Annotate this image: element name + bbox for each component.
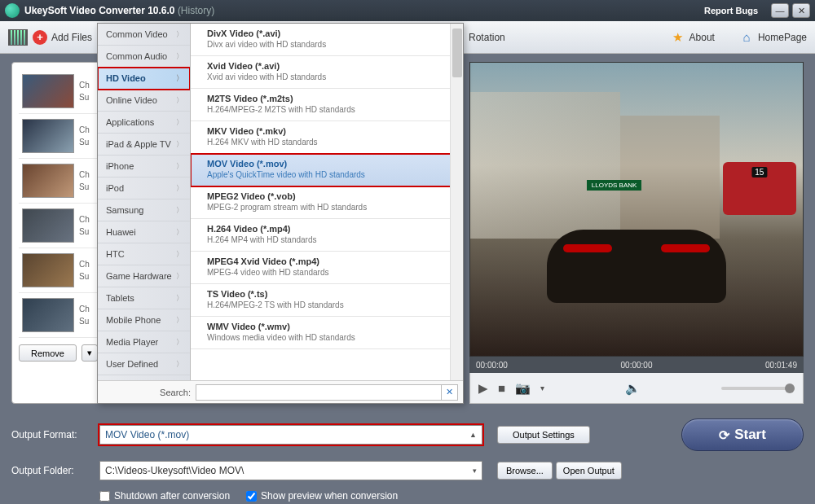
start-button[interactable]: ⟳ Start (681, 419, 804, 451)
add-files-button[interactable]: + Add Files (8, 29, 92, 46)
start-label: Start (734, 427, 766, 443)
search-input[interactable] (196, 384, 442, 401)
category-item[interactable]: Tablets〉 (98, 287, 190, 309)
format-item[interactable]: MKV Video (*.mkv)H.264 MKV with HD stand… (191, 121, 463, 154)
scrollbar-thumb[interactable] (452, 28, 462, 77)
shutdown-checkbox[interactable]: Shutdown after conversion (99, 490, 230, 502)
format-item[interactable]: Xvid Video (*.avi)Xvid avi video with HD… (191, 56, 463, 89)
chevron-right-icon: 〉 (176, 139, 183, 150)
time-total: 00:01:49 (765, 361, 797, 370)
browse-button[interactable]: Browse... (497, 462, 553, 480)
category-label: iPad & Apple TV (106, 139, 171, 149)
format-subtitle: MPEG-2 program stream with HD standards (207, 203, 455, 212)
snapshot-dropdown[interactable]: ▾ (540, 383, 544, 392)
clear-search-button[interactable]: ✕ (442, 384, 458, 401)
search-row: Search: ✕ (98, 380, 463, 403)
format-subtitle: Windows media video with HD standards (207, 333, 455, 342)
list-item-text: ChSu (79, 258, 90, 283)
category-item[interactable]: Applications〉 (98, 112, 190, 134)
chevron-right-icon: 〉 (176, 359, 183, 370)
player-controls: ▶ ■ 📷 ▾ 🔈 (469, 373, 804, 404)
format-item[interactable]: MPEG2 Video (*.vob)MPEG-2 program stream… (191, 186, 463, 219)
chevron-down-icon: ▾ (473, 467, 477, 475)
app-name-text: UkeySoft Video Converter 10.6.0 (24, 5, 175, 16)
format-item[interactable]: DivX Video (*.avi)Divx avi video with HD… (191, 24, 463, 56)
category-item[interactable]: iPad & Apple TV〉 (98, 134, 190, 156)
category-item[interactable]: Mobile Phone〉 (98, 309, 190, 331)
shutdown-label: Shutdown after conversion (114, 490, 230, 502)
category-label: Common Audio (106, 51, 167, 61)
category-item[interactable]: HD Video〉 (98, 68, 190, 90)
thumbnail (22, 298, 74, 332)
chevron-right-icon: 〉 (176, 73, 183, 84)
timeline-bar[interactable]: 00:00:00 00:00:00 00:01:49 (469, 357, 804, 373)
format-item[interactable]: TS Video (*.ts)H.264/MPEG-2 TS with HD s… (191, 284, 463, 317)
report-bugs-link[interactable]: Report Bugs (704, 6, 758, 15)
close-button[interactable]: ✕ (792, 3, 810, 18)
output-folder-combo[interactable]: C:\Videos-Ukeysoft\Video MOV\ ▾ (99, 461, 482, 480)
format-item[interactable]: H.264 Video (*.mp4)H.264 MP4 with HD sta… (191, 219, 463, 252)
remove-button[interactable]: Remove (19, 344, 77, 362)
plus-icon: + (33, 30, 47, 45)
category-item[interactable]: HTC〉 (98, 243, 190, 265)
rotation-button[interactable]: Rotation (469, 32, 505, 43)
output-folder-value: C:\Videos-Ukeysoft\Video MOV\ (105, 465, 244, 476)
stop-button[interactable]: ■ (498, 381, 505, 395)
scrollbar[interactable] (450, 24, 463, 380)
category-label: Samsung (106, 205, 143, 215)
shutdown-checkbox-input[interactable] (99, 491, 110, 502)
category-label: Mobile Phone (106, 315, 161, 325)
show-preview-checkbox[interactable]: Show preview when conversion (246, 490, 398, 502)
volume-slider[interactable] (721, 387, 795, 390)
format-item[interactable]: M2TS Video (*.m2ts)H.264/MPEG-2 M2TS wit… (191, 89, 463, 121)
play-button[interactable]: ▶ (478, 381, 488, 396)
homepage-link[interactable]: ⌂ HomePage (739, 30, 807, 45)
about-link[interactable]: ★ About (671, 30, 715, 45)
category-label: Applications (106, 117, 154, 127)
thumbnail (22, 119, 74, 153)
output-settings-button[interactable]: Output Settings (497, 426, 590, 444)
output-folder-label: Output Folder: (11, 465, 99, 476)
show-preview-checkbox-input[interactable] (246, 491, 257, 502)
format-item[interactable]: WMV Video (*.wmv)Windows media video wit… (191, 317, 463, 349)
category-item[interactable]: Game Hardware〉 (98, 265, 190, 287)
time-mid: 00:00:00 (621, 361, 653, 370)
category-item[interactable]: iPod〉 (98, 177, 190, 199)
list-item-text: ChSu (79, 213, 90, 238)
video-preview[interactable]: LLOYDS BANK 15 (469, 62, 804, 357)
format-subtitle: MPEG-4 video with HD standards (207, 268, 455, 277)
category-item[interactable]: Huawei〉 (98, 221, 190, 243)
format-title: M2TS Video (*.m2ts) (207, 94, 455, 103)
chevron-right-icon: 〉 (176, 249, 183, 260)
format-title: TS Video (*.ts) (207, 289, 455, 299)
category-item[interactable]: Common Audio〉 (98, 46, 190, 68)
chevron-right-icon: 〉 (176, 271, 183, 282)
history-text: (History) (178, 5, 214, 16)
format-list: DivX Video (*.avi)Divx avi video with HD… (191, 24, 463, 380)
app-title: UkeySoft Video Converter 10.6.0 (History… (24, 5, 214, 16)
category-item[interactable]: User Defined〉 (98, 353, 190, 375)
chevron-right-icon: 〉 (176, 227, 183, 238)
category-item[interactable]: iPhone〉 (98, 156, 190, 177)
category-item[interactable]: Online Video〉 (98, 90, 190, 112)
category-item[interactable]: Common Video〉 (98, 24, 190, 46)
category-item[interactable]: Recent〉 (98, 375, 190, 380)
category-item[interactable]: Samsung〉 (98, 199, 190, 221)
open-output-button[interactable]: Open Output (556, 462, 622, 480)
list-item-text: ChSu (79, 303, 90, 327)
snapshot-button[interactable]: 📷 (515, 381, 531, 396)
format-item[interactable]: MOV Video (*.mov)Apple's QuickTime video… (191, 154, 463, 186)
category-label: Huawei (106, 227, 136, 237)
about-label: About (689, 32, 715, 43)
minimize-button[interactable]: — (771, 3, 789, 18)
chevron-right-icon: 〉 (176, 183, 183, 194)
preview-panel: LLOYDS BANK 15 00:00:00 00:00:00 00:01:4… (469, 62, 804, 404)
remove-dropdown-button[interactable]: ▾ (82, 344, 98, 362)
output-format-combo[interactable]: MOV Video (*.mov) ▲ (99, 425, 482, 445)
format-item[interactable]: MPEG4 Xvid Video (*.mp4)MPEG-4 video wit… (191, 252, 463, 284)
film-icon (8, 29, 28, 46)
format-subtitle: H.264 MKV with HD standards (207, 138, 455, 147)
bank-sign: LLOYDS BANK (587, 180, 642, 191)
volume-icon[interactable]: 🔈 (625, 381, 641, 396)
category-item[interactable]: Media Player〉 (98, 331, 190, 353)
